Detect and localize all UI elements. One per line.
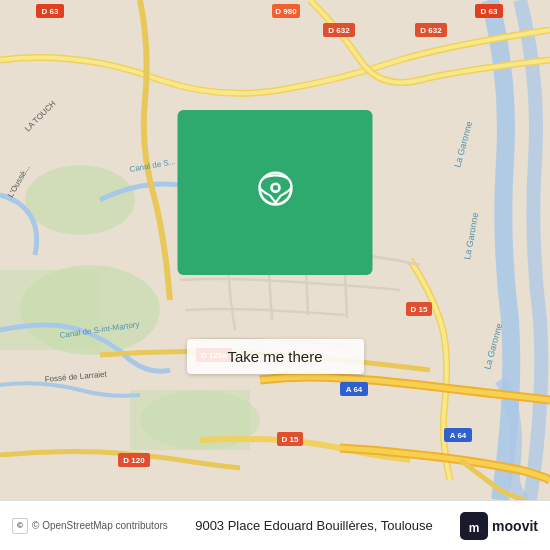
green-panel: Take me there bbox=[178, 110, 373, 275]
svg-text:D 632: D 632 bbox=[328, 26, 350, 35]
svg-text:D 15: D 15 bbox=[411, 305, 428, 314]
address-text: 9003 Place Edouard Bouillères, Toulouse bbox=[195, 518, 433, 533]
take-me-there-button[interactable]: Take me there bbox=[187, 339, 364, 374]
osm-credit-text: © OpenStreetMap contributors bbox=[32, 520, 168, 531]
osm-logo-icon: © bbox=[12, 518, 28, 534]
svg-text:A 64: A 64 bbox=[450, 431, 467, 440]
svg-text:D 63: D 63 bbox=[42, 7, 59, 16]
svg-point-39 bbox=[272, 185, 277, 190]
map-container: D 980 D 63 D 63 D 632 D 632 D 15 D 120a … bbox=[0, 0, 550, 500]
svg-text:D 15: D 15 bbox=[282, 435, 299, 444]
svg-text:m: m bbox=[469, 521, 480, 535]
svg-point-1 bbox=[25, 165, 135, 235]
osm-credit: © © OpenStreetMap contributors bbox=[12, 518, 168, 534]
svg-text:D 980: D 980 bbox=[275, 7, 297, 16]
moovit-icon: m bbox=[460, 512, 488, 540]
take-me-there-label: Take me there bbox=[227, 348, 322, 365]
svg-text:D 63: D 63 bbox=[481, 7, 498, 16]
svg-text:D 632: D 632 bbox=[420, 26, 442, 35]
svg-text:D 120: D 120 bbox=[123, 456, 145, 465]
svg-text:A 64: A 64 bbox=[346, 385, 363, 394]
location-pin-icon bbox=[253, 171, 297, 215]
svg-rect-3 bbox=[0, 270, 100, 350]
moovit-logo: m moovit bbox=[460, 512, 538, 540]
bottom-bar: © © OpenStreetMap contributors 9003 Plac… bbox=[0, 500, 550, 550]
moovit-text: moovit bbox=[492, 518, 538, 534]
